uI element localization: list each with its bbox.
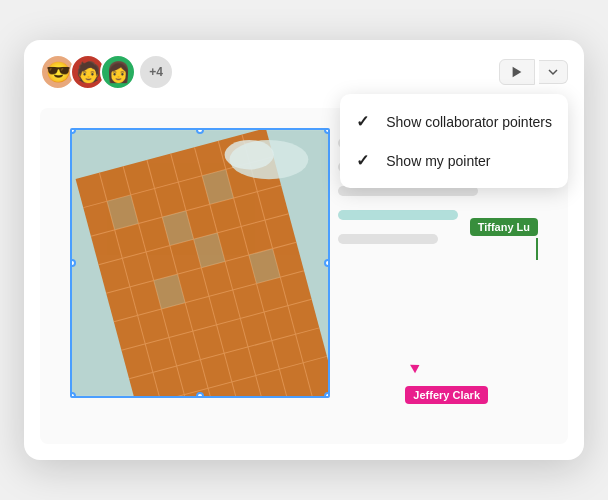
play-icon (510, 65, 524, 79)
svg-point-25 (225, 140, 274, 170)
menu-item-label-my-pointer: Show my pointer (386, 153, 490, 169)
menu-item-show-my-pointer[interactable]: ✓ Show my pointer (340, 141, 568, 180)
building-image[interactable] (70, 128, 330, 398)
content-line-5 (338, 234, 438, 244)
content-line-green (338, 210, 458, 220)
dropdown-button[interactable] (539, 60, 568, 84)
checkmark-collaborator: ✓ (356, 112, 374, 131)
chevron-down-icon (547, 66, 559, 78)
svg-marker-0 (513, 67, 522, 78)
handle-top-right[interactable] (324, 128, 330, 134)
handle-bottom-left[interactable] (70, 392, 76, 398)
tiffany-label: Tiffany Lu (470, 218, 538, 236)
menu-item-show-collaborator-pointers[interactable]: ✓ Show collaborator pointers (340, 102, 568, 141)
avatars-group: 😎 🧑 👩 +4 (40, 54, 168, 90)
tiffany-cursor (536, 238, 538, 260)
avatar-more[interactable]: +4 (138, 54, 174, 90)
jeffery-cursor (410, 361, 422, 374)
checkmark-my-pointer: ✓ (356, 151, 374, 170)
handle-middle-right[interactable] (324, 259, 330, 267)
handle-bottom-middle[interactable] (196, 392, 204, 398)
jeffery-label: Jeffery Clark (405, 386, 488, 404)
play-button[interactable] (499, 59, 535, 85)
toolbar-right (499, 59, 568, 85)
dropdown-menu: ✓ Show collaborator pointers ✓ Show my p… (340, 94, 568, 188)
main-window: 😎 🧑 👩 +4 (24, 40, 584, 460)
top-bar: 😎 🧑 👩 +4 (40, 54, 568, 90)
menu-item-label-collaborator: Show collaborator pointers (386, 114, 552, 130)
avatar-3[interactable]: 👩 (100, 54, 136, 90)
handle-bottom-right[interactable] (324, 392, 330, 398)
